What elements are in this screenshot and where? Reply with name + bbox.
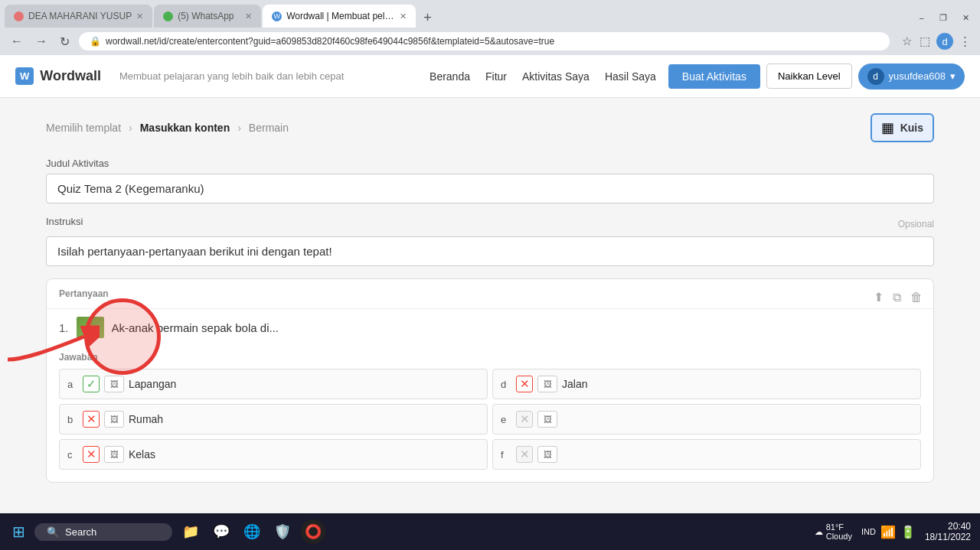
weather-area: ☁ 81°F Cloudy xyxy=(815,522,852,541)
tab-dea-close[interactable]: ✕ xyxy=(136,11,143,21)
answer-e-image-btn[interactable]: 🖼 xyxy=(537,411,557,428)
tab-whatsapp-close[interactable]: ✕ xyxy=(245,11,252,21)
move-up-button[interactable]: ⬆ xyxy=(872,288,885,306)
check-icon: ✓ xyxy=(87,377,96,391)
battery-icon: 🔋 xyxy=(900,525,916,539)
answer-e: e ✕ 🖼 xyxy=(492,404,921,434)
minimize-button[interactable]: − xyxy=(913,12,930,24)
weather-desc: Cloudy xyxy=(826,532,852,541)
taskbar-browser-icon[interactable]: 🌐 xyxy=(240,519,264,544)
x-icon-f: ✕ xyxy=(520,447,530,461)
answer-b-letter: b xyxy=(67,414,78,425)
title-group: Judul Aktivitas xyxy=(46,158,934,203)
question-image[interactable]: ⛳ xyxy=(77,317,104,338)
answers-grid: a ✓ 🖼 Lapangan d ✕ 🖼 Jalan xyxy=(59,369,921,470)
tab-dea-label: DEA MAHARANI YUSUP xyxy=(28,11,132,21)
question-label: Pertanyaan xyxy=(59,288,109,299)
taskbar-files-icon[interactable]: 📁 xyxy=(178,519,203,544)
answer-c-image-btn[interactable]: 🖼 xyxy=(104,446,124,463)
forward-button[interactable]: → xyxy=(32,33,51,50)
tab-wordwall[interactable]: W Wordwall | Membuat pelajaran y... ✕ xyxy=(263,5,416,28)
user-menu-button[interactable]: d yusufdea608 ▾ xyxy=(858,63,965,89)
taskbar: ⊞ 🔍 Search 📁 💬 🌐 🛡️ ⭕ ☁ 81°F Cloudy IND … xyxy=(0,513,980,550)
time-display: 20:40 xyxy=(925,521,971,532)
optional-tag: Opsional xyxy=(898,219,934,229)
search-bar[interactable]: 🔍 Search xyxy=(34,523,172,541)
close-window-button[interactable]: ✕ xyxy=(956,11,975,24)
taskbar-circle-icon[interactable]: ⭕ xyxy=(301,519,325,544)
nav-aktivitas[interactable]: Aktivitas Saya xyxy=(522,70,590,83)
question-actions: ⬆ ⧉ 🗑 xyxy=(872,288,924,306)
create-activity-button[interactable]: Buat Aktivitas xyxy=(668,64,760,89)
question-header: Pertanyaan xyxy=(47,279,933,309)
weather-icon: ☁ xyxy=(815,527,823,537)
breadcrumb-memilih[interactable]: Memilih templat xyxy=(46,122,121,134)
browser-extension-button[interactable]: ⬚ xyxy=(918,33,932,50)
nav-beranda[interactable]: Beranda xyxy=(430,70,470,83)
breadcrumb-bermain[interactable]: Bermain xyxy=(249,122,289,134)
question-text-input[interactable] xyxy=(112,321,921,334)
answer-a-check[interactable]: ✓ xyxy=(83,376,100,392)
x-icon: ✕ xyxy=(520,377,530,391)
tab-dea[interactable]: DEA MAHARANI YUSUP ✕ xyxy=(5,5,152,28)
back-button[interactable]: ← xyxy=(8,33,26,50)
template-badge: ▦ Kuis xyxy=(871,113,934,142)
template-icon: ▦ xyxy=(881,119,894,136)
more-options-button[interactable]: ⋮ xyxy=(958,33,972,50)
taskbar-clock: 20:40 18/11/2022 xyxy=(925,521,971,542)
tab-whatsapp[interactable]: (5) WhatsApp ✕ xyxy=(154,5,261,28)
nav-fitur[interactable]: Fitur xyxy=(485,70,507,83)
weather-temp: 81°F xyxy=(826,522,852,532)
answer-c-check[interactable]: ✕ xyxy=(83,446,100,463)
breadcrumb: Memilih templat › Masukkan konten › Berm… xyxy=(46,113,934,142)
new-tab-button[interactable]: + xyxy=(417,10,438,26)
answer-c: c ✕ 🖼 Kelas xyxy=(59,439,488,470)
answer-a-letter: a xyxy=(67,379,78,390)
url-text: wordwall.net/id/create/entercontent?guid… xyxy=(106,36,879,47)
answer-b-check[interactable]: ✕ xyxy=(83,411,100,428)
address-bar[interactable]: 🔒 wordwall.net/id/create/entercontent?gu… xyxy=(79,32,890,50)
x-icon-e: ✕ xyxy=(520,412,530,426)
avatar: d xyxy=(867,68,884,85)
taskbar-chat-icon[interactable]: 💬 xyxy=(209,519,234,544)
answer-d-text: Jalan xyxy=(562,378,913,390)
app-header: W Wordwall Membuat pelajaran yang lebih … xyxy=(0,55,980,98)
answer-d-image-btn[interactable]: 🖼 xyxy=(537,376,557,392)
tab-wordwall-close[interactable]: ✕ xyxy=(400,11,407,21)
question-body: 1. ⛳ xyxy=(47,309,933,346)
answer-a-image-btn[interactable]: 🖼 xyxy=(104,376,124,392)
taskbar-shield-icon[interactable]: 🛡️ xyxy=(270,519,295,544)
breadcrumb-masukkan[interactable]: Masukkan konten xyxy=(140,122,230,134)
answer-e-check[interactable]: ✕ xyxy=(516,411,533,428)
instruction-label-row: Instruksi Opsional xyxy=(46,216,934,232)
taskbar-indicators: IND 📶 🔋 xyxy=(861,525,916,539)
instruction-group: Instruksi Opsional xyxy=(46,216,934,266)
copy-button[interactable]: ⧉ xyxy=(891,288,903,306)
start-button[interactable]: ⊞ xyxy=(9,519,28,544)
question-number: 1. xyxy=(59,321,69,334)
reload-button[interactable]: ↻ xyxy=(57,33,73,50)
logo-area: W Wordwall xyxy=(15,67,101,85)
bookmark-star-button[interactable]: ☆ xyxy=(900,33,913,50)
answer-f: f ✕ 🖼 xyxy=(492,439,921,470)
breadcrumb-sep-2: › xyxy=(237,122,241,134)
x-icon-b: ✕ xyxy=(87,412,96,426)
nav-links: Beranda Fitur Aktivitas Saya Hasil Saya xyxy=(430,70,656,83)
upgrade-button[interactable]: Naikkan Level xyxy=(766,63,852,89)
answer-d: d ✕ 🖼 Jalan xyxy=(492,369,921,399)
username: yusufdea608 xyxy=(889,70,946,82)
maximize-button[interactable]: ❐ xyxy=(933,11,953,24)
title-input[interactable] xyxy=(46,174,934,203)
instruction-label: Instruksi xyxy=(46,216,83,227)
answer-f-image-btn[interactable]: 🖼 xyxy=(537,446,557,463)
delete-button[interactable]: 🗑 xyxy=(909,288,924,306)
date-display: 18/11/2022 xyxy=(925,532,971,542)
answer-b-image-btn[interactable]: 🖼 xyxy=(104,411,124,428)
nav-hasil[interactable]: Hasil Saya xyxy=(605,70,656,83)
answer-b-text: Rumah xyxy=(129,413,479,425)
answer-f-check[interactable]: ✕ xyxy=(516,446,533,463)
instruction-input[interactable] xyxy=(46,236,934,266)
wifi-icon: 📶 xyxy=(880,525,896,539)
answer-d-check[interactable]: ✕ xyxy=(516,376,533,392)
profile-button[interactable]: d xyxy=(936,33,953,50)
